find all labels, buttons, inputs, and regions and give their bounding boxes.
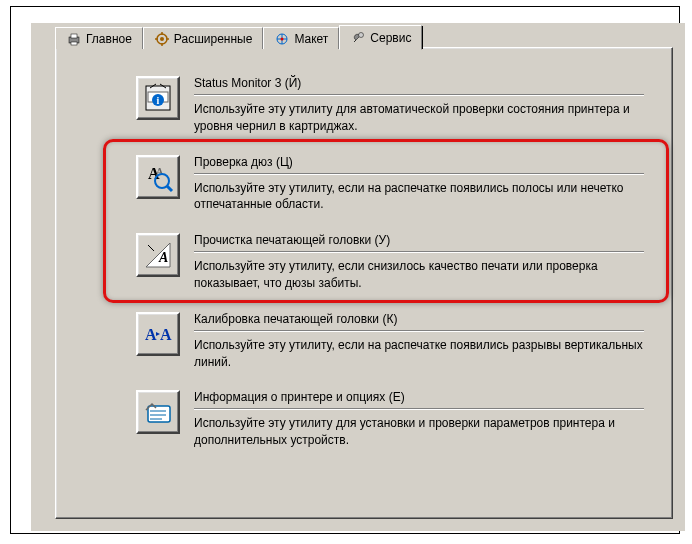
layout-icon xyxy=(274,31,290,47)
monitor-icon: i xyxy=(142,82,174,114)
wrench-icon xyxy=(350,30,366,46)
printer-info-button[interactable] xyxy=(136,390,180,434)
utility-status-monitor: i Status Monitor 3 (Й) Используйте эту у… xyxy=(136,76,644,135)
utility-desc: Используйте эту утилиту для установки и … xyxy=(194,415,644,449)
tab-body: i Status Monitor 3 (Й) Используйте эту у… xyxy=(55,47,673,519)
tab-label: Сервис xyxy=(370,31,411,45)
nozzle-check-button[interactable]: AA xyxy=(136,155,180,199)
utility-title: Status Monitor 3 (Й) xyxy=(194,76,644,95)
svg-rect-1 xyxy=(71,34,77,38)
info-icon xyxy=(142,396,174,428)
svg-text:i: i xyxy=(157,95,160,106)
utility-title: Калибровка печатающей головки (К) xyxy=(194,312,644,331)
tools-icon xyxy=(154,31,170,47)
utility-nozzle-check: AA Проверка дюз (Ц) Используйте эту утил… xyxy=(136,155,644,214)
svg-point-7 xyxy=(359,32,364,37)
utility-desc: Используйте эту утилиту, если на распеча… xyxy=(194,180,644,214)
tab-main[interactable]: Главное xyxy=(55,27,143,49)
align-icon: AA xyxy=(142,318,174,350)
tab-advanced[interactable]: Расширенные xyxy=(143,27,264,49)
utility-desc: Используйте эту утилиту для автоматическ… xyxy=(194,101,644,135)
status-monitor-button[interactable]: i xyxy=(136,76,180,120)
tab-label: Макет xyxy=(294,32,328,46)
tab-label: Главное xyxy=(86,32,132,46)
tab-service[interactable]: Сервис xyxy=(339,25,422,50)
svg-point-4 xyxy=(160,37,164,41)
svg-line-15 xyxy=(167,186,172,191)
head-cleaning-button[interactable]: A xyxy=(136,233,180,277)
tab-label: Расширенные xyxy=(174,32,253,46)
svg-text:A: A xyxy=(158,250,168,265)
nozzle-icon: AA xyxy=(142,161,174,193)
panel-area: Главное Расширенные Макет Сервис xyxy=(31,23,685,531)
printer-icon xyxy=(66,31,82,47)
cleaning-icon: A xyxy=(142,239,174,271)
utility-title: Прочистка печатающей головки (У) xyxy=(194,233,644,252)
svg-rect-2 xyxy=(71,42,77,45)
tab-layout[interactable]: Макет xyxy=(263,27,339,49)
window-frame: Главное Расширенные Макет Сервис xyxy=(10,6,680,534)
utility-head-alignment: AA Калибровка печатающей головки (К) Исп… xyxy=(136,312,644,371)
svg-text:A: A xyxy=(160,326,172,343)
svg-rect-21 xyxy=(148,406,170,422)
utility-list: i Status Monitor 3 (Й) Используйте эту у… xyxy=(56,48,672,479)
utility-title: Информация о принтере и опциях (Е) xyxy=(194,390,644,409)
tab-strip: Главное Расширенные Макет Сервис xyxy=(55,23,422,49)
utility-desc: Используйте эту утилиту, если на распеча… xyxy=(194,337,644,371)
svg-text:A: A xyxy=(145,326,157,343)
utility-head-cleaning: A Прочистка печатающей головки (У) Испол… xyxy=(136,233,644,292)
utility-title: Проверка дюз (Ц) xyxy=(194,155,644,174)
head-alignment-button[interactable]: AA xyxy=(136,312,180,356)
utility-printer-info: Информация о принтере и опциях (Е) Испол… xyxy=(136,390,644,449)
utility-desc: Используйте эту утилиту, если снизилось … xyxy=(194,258,644,292)
svg-point-6 xyxy=(281,37,284,40)
